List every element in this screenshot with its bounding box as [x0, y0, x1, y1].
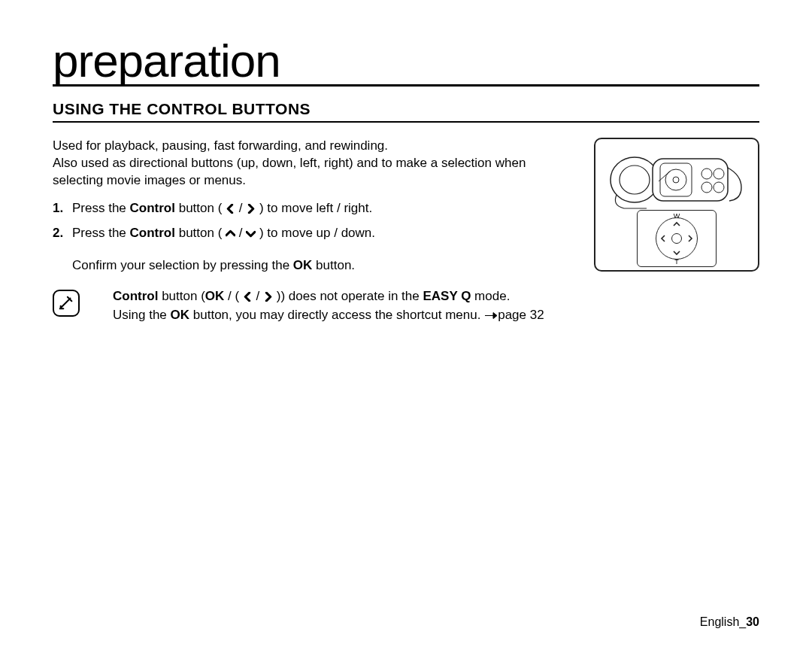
intro-paragraph: Used for playback, pausing, fast forward… [53, 138, 579, 190]
chevron-up-icon [673, 221, 680, 227]
note-icon [53, 290, 80, 317]
note-block: Control button (OK / ( / )) does not ope… [53, 288, 579, 326]
svg-point-0 [611, 157, 659, 202]
dpad-diagram: W T [637, 210, 717, 267]
chevron-right-icon [246, 202, 256, 219]
svg-rect-2 [653, 159, 728, 201]
footer-page-number: 30 [746, 615, 759, 628]
page-title: preparation [53, 38, 759, 87]
chevron-down-icon [246, 226, 256, 244]
dpad-label-t: T [674, 258, 679, 266]
section-heading: USING THE CONTROL BUTTONS [53, 100, 759, 123]
footer-language: English [700, 615, 739, 628]
chevron-right-icon [687, 235, 693, 242]
chevron-left-icon [243, 290, 253, 307]
chevron-up-icon [226, 226, 235, 244]
step-2-substep: Confirm your selection by pressing the O… [53, 257, 579, 275]
step-1: Press the Control button ( / ) to move l… [53, 200, 579, 219]
dpad-center-button [671, 233, 682, 244]
steps-list: Press the Control button ( / ) to move l… [53, 200, 579, 244]
manual-page: preparation USING THE CONTROL BUTTONS Us… [0, 0, 812, 653]
chevron-left-icon [226, 202, 235, 219]
intro-line-2: Also used as directional buttons (up, do… [53, 156, 526, 187]
content-row: Used for playback, pausing, fast forward… [53, 138, 759, 326]
step-2: Press the Control button ( / ) to move u… [53, 225, 579, 244]
page-footer: English_30 [700, 615, 759, 629]
chevron-right-icon [263, 290, 273, 307]
chevron-left-icon [660, 235, 666, 242]
body-column: Used for playback, pausing, fast forward… [53, 138, 579, 326]
camcorder-illustration [601, 145, 752, 214]
illustration-box: W T [594, 138, 759, 272]
intro-line-1: Used for playback, pausing, fast forward… [53, 138, 388, 153]
chevron-down-icon [673, 250, 680, 256]
pointer-right-icon [484, 308, 498, 326]
note-text: Control button (OK / ( / )) does not ope… [90, 288, 544, 326]
